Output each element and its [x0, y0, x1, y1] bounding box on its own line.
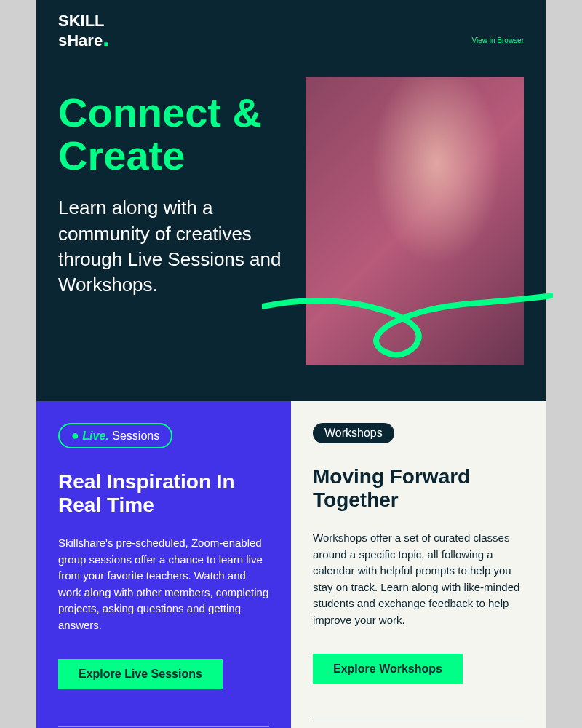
sessions-badge-text: Sessions [112, 430, 159, 442]
divider [313, 721, 524, 721]
hero-title: Connect & Create [58, 92, 284, 178]
email-container: SKILL sHare. View in Browser Connect & C… [36, 0, 546, 728]
live-title: Real Inspiration In Real Time [58, 470, 269, 517]
divider [58, 726, 269, 727]
logo-text-2: sHare [58, 31, 103, 50]
hero-image [306, 77, 524, 365]
hero-subtitle: Learn along with a community of creative… [58, 195, 284, 297]
live-badge: ● Live. Sessions [58, 423, 172, 448]
hero-section: Connect & Create Learn along with a comm… [36, 63, 546, 401]
live-dot-icon: ● [71, 428, 79, 443]
live-badge-text: Live. [82, 430, 108, 442]
live-sessions-column: ● Live. Sessions Real Inspiration In Rea… [36, 401, 291, 728]
header: SKILL sHare. View in Browser [36, 0, 546, 63]
live-description: Skillshare's pre-scheduled, Zoom-enabled… [58, 535, 269, 633]
explore-live-button[interactable]: Explore Live Sessions [58, 659, 223, 689]
logo-text-1: SKILL [58, 12, 105, 30]
columns-section: ● Live. Sessions Real Inspiration In Rea… [36, 401, 546, 728]
swoosh-graphic [262, 277, 553, 372]
workshops-badge: Workshops [313, 423, 394, 443]
workshops-description: Workshops offer a set of curated classes… [313, 530, 524, 628]
hero-text-block: Connect & Create Learn along with a comm… [58, 77, 284, 365]
logo-dot-icon: . [103, 25, 109, 51]
logo[interactable]: SKILL sHare. [58, 15, 109, 48]
view-in-browser-link[interactable]: View in Browser [471, 36, 524, 44]
workshops-column: Workshops Moving Forward Together Worksh… [291, 401, 546, 728]
explore-workshops-button[interactable]: Explore Workshops [313, 654, 463, 684]
workshops-title: Moving Forward Together [313, 465, 524, 512]
